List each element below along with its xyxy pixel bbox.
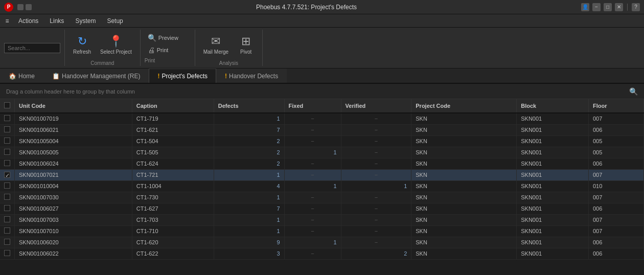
table-row[interactable]: SKN001007019 CT1-719 1 − − SKN SKN001 00… bbox=[0, 113, 644, 124]
row-checkbox[interactable] bbox=[4, 115, 10, 121]
cell-checkbox[interactable] bbox=[0, 203, 15, 214]
tab-handover-defects[interactable]: ! Handover Defects bbox=[216, 68, 287, 83]
cell-project-code: SKN bbox=[411, 214, 517, 225]
user-icon[interactable]: 👤 bbox=[581, 3, 589, 11]
table-row[interactable]: SKN001010004 CT1-1004 4 1 1 SKN SKN001 0… bbox=[0, 180, 644, 192]
cell-checkbox[interactable] bbox=[0, 180, 15, 192]
refresh-button[interactable]: ↻ Refresh bbox=[70, 33, 94, 57]
pivot-button[interactable]: ⊞ Pivot bbox=[235, 33, 257, 57]
ribbon-search-input[interactable] bbox=[4, 43, 60, 53]
cell-project-code: SKN bbox=[411, 169, 517, 180]
menu-item-actions[interactable]: Actions bbox=[13, 16, 43, 26]
menu-item-links[interactable]: Links bbox=[44, 16, 69, 26]
table-row[interactable]: SKN001006027 CT1-627 7 − − SKN SKN001 00… bbox=[0, 203, 644, 214]
cell-checkbox[interactable] bbox=[0, 135, 15, 147]
cell-floor: 006 bbox=[588, 158, 643, 169]
cell-checkbox[interactable] bbox=[0, 192, 15, 203]
cell-project-code: SKN bbox=[411, 147, 517, 158]
cell-caption: CT1-627 bbox=[132, 203, 214, 214]
cell-checkbox[interactable] bbox=[0, 237, 15, 248]
cell-checkbox[interactable] bbox=[0, 214, 15, 225]
table-row[interactable]: SKN001005005 CT1-505 2 1 − SKN SKN001 00… bbox=[0, 147, 644, 158]
menu-item-system[interactable]: System bbox=[70, 16, 101, 26]
cell-project-code: SKN bbox=[411, 248, 517, 259]
col-project-code[interactable]: Project Code bbox=[411, 99, 517, 113]
table-row[interactable]: SKN001006022 CT1-622 3 − 2 SKN SKN001 00… bbox=[0, 248, 644, 259]
mail-merge-button[interactable]: ✉ Mail Merge bbox=[200, 33, 232, 57]
title-bar-right: 👤 − □ ✕ ? bbox=[581, 3, 640, 11]
table-row[interactable]: ✓ SKN001007021 CT1-721 1 − − SKN SKN001 … bbox=[0, 169, 644, 180]
table-row[interactable]: SKN001006021 CT1-621 7 − − SKN SKN001 00… bbox=[0, 124, 644, 135]
cell-checkbox[interactable] bbox=[0, 124, 15, 135]
cell-checkbox[interactable] bbox=[0, 147, 15, 158]
cell-checkbox[interactable] bbox=[0, 225, 15, 237]
app-title: Phoebus 4.7.7.521: Project's Defects bbox=[32, 4, 581, 11]
menu-item-setup[interactable]: Setup bbox=[102, 16, 128, 26]
row-checkbox[interactable] bbox=[4, 160, 10, 166]
tab-handover-management[interactable]: 📋 Handover Management (RE) bbox=[43, 68, 149, 83]
cell-caption: CT1-504 bbox=[132, 135, 214, 147]
menu-control[interactable] bbox=[26, 4, 32, 10]
col-floor[interactable]: Floor bbox=[588, 99, 643, 113]
col-block[interactable]: Block bbox=[517, 99, 589, 113]
col-defects[interactable]: Defects bbox=[214, 99, 284, 113]
minimize-button[interactable]: − bbox=[592, 3, 601, 11]
table-row[interactable]: SKN001006024 CT1-624 2 − − SKN SKN001 00… bbox=[0, 158, 644, 169]
col-verified[interactable]: Verified bbox=[341, 99, 411, 113]
cell-project-code: SKN bbox=[411, 225, 517, 237]
row-checkbox[interactable] bbox=[4, 126, 10, 132]
refresh-label: Refresh bbox=[73, 49, 91, 55]
cell-checkbox[interactable] bbox=[0, 158, 15, 169]
row-checkbox[interactable] bbox=[4, 138, 10, 144]
cell-block: SKN001 bbox=[517, 135, 589, 147]
group-header-placeholder: Drag a column header here to group by th… bbox=[6, 88, 135, 95]
row-checkbox[interactable] bbox=[4, 216, 10, 222]
pin-control[interactable] bbox=[17, 4, 24, 10]
cell-checkbox[interactable] bbox=[0, 248, 15, 259]
row-checkbox[interactable] bbox=[4, 182, 10, 189]
cell-fixed: − bbox=[284, 225, 341, 237]
cell-caption: CT1-622 bbox=[132, 248, 214, 259]
table-row[interactable]: SKN001007003 CT1-703 1 − − SKN SKN001 00… bbox=[0, 214, 644, 225]
tab-projects-defects[interactable]: ! Project's Defects bbox=[149, 68, 216, 83]
cell-checkbox[interactable] bbox=[0, 113, 15, 124]
select-project-button[interactable]: 📍 Select Project bbox=[97, 33, 135, 57]
row-checkbox[interactable] bbox=[4, 205, 10, 211]
tab-home[interactable]: 🏠 Home bbox=[0, 68, 43, 83]
col-unit-code[interactable]: Unit Code bbox=[15, 99, 132, 113]
cell-checkbox[interactable]: ✓ bbox=[0, 169, 15, 180]
cell-unit-code: SKN001007021 bbox=[15, 169, 132, 180]
preview-button[interactable]: 🔍 Preview bbox=[145, 32, 191, 43]
close-button[interactable]: ✕ bbox=[615, 3, 623, 11]
row-checkbox[interactable] bbox=[4, 250, 10, 256]
restore-button[interactable]: □ bbox=[604, 3, 612, 11]
table-row[interactable]: SKN001007030 CT1-730 1 − − SKN SKN001 00… bbox=[0, 192, 644, 203]
cell-verified: − bbox=[341, 203, 411, 214]
cell-block: SKN001 bbox=[517, 225, 589, 237]
hamburger-menu[interactable]: ≡ bbox=[2, 16, 12, 26]
table-row[interactable]: SKN001005004 CT1-504 2 − − SKN SKN001 00… bbox=[0, 135, 644, 147]
cell-block: SKN001 bbox=[517, 158, 589, 169]
cell-caption: CT1-703 bbox=[132, 214, 214, 225]
table-row[interactable]: SKN001007010 CT1-710 1 − − SKN SKN001 00… bbox=[0, 225, 644, 237]
content-search-icon[interactable]: 🔍 bbox=[629, 87, 638, 96]
cell-defects: 1 bbox=[214, 225, 284, 237]
row-checkbox[interactable] bbox=[4, 239, 10, 245]
ribbon-group-print: 🔍 Preview 🖨 Print Print bbox=[141, 30, 195, 66]
cell-unit-code: SKN001007030 bbox=[15, 192, 132, 203]
pivot-icon: ⊞ bbox=[241, 35, 250, 48]
row-checkbox[interactable] bbox=[4, 227, 10, 234]
cell-verified: 2 bbox=[341, 248, 411, 259]
handover-defects-warn-icon: ! bbox=[225, 73, 227, 80]
table-row[interactable]: SKN001006020 CT1-620 9 1 − SKN SKN001 00… bbox=[0, 237, 644, 248]
help-icon[interactable]: ? bbox=[632, 3, 640, 11]
row-checkbox[interactable]: ✓ bbox=[4, 172, 10, 178]
col-fixed[interactable]: Fixed bbox=[284, 99, 341, 113]
cell-block: SKN001 bbox=[517, 180, 589, 192]
print-button[interactable]: 🖨 Print bbox=[145, 44, 191, 56]
row-checkbox[interactable] bbox=[4, 149, 10, 155]
select-all-checkbox[interactable] bbox=[4, 102, 10, 108]
col-caption[interactable]: Caption bbox=[132, 99, 214, 113]
row-checkbox[interactable] bbox=[4, 194, 10, 200]
cell-fixed: − bbox=[284, 158, 341, 169]
